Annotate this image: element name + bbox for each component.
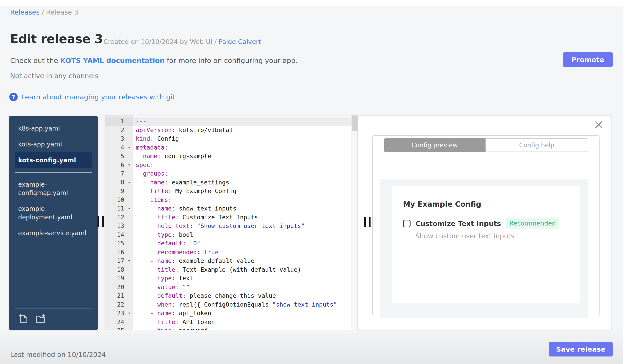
fold-arrow-icon[interactable]: ▾ bbox=[126, 161, 133, 169]
yaml-code-editor[interactable]: 1234▾56▾78▾91011▾121314151617▾1819202122… bbox=[105, 115, 357, 330]
line-number: 10 bbox=[105, 196, 126, 204]
code-line[interactable]: - name: example_default_value bbox=[133, 256, 357, 265]
gutter-line: 14 bbox=[105, 230, 133, 239]
new-folder-icon[interactable] bbox=[35, 313, 47, 324]
code-line[interactable]: help_text: "Show custom user text inputs… bbox=[133, 222, 357, 230]
editor-scrollbar-track bbox=[352, 116, 357, 330]
code-line[interactable]: - name: show_text_inputs bbox=[133, 204, 357, 213]
tab-config-preview[interactable]: Config preview bbox=[384, 138, 486, 152]
gutter-line: 25 bbox=[105, 326, 133, 330]
fold-spacer bbox=[126, 169, 133, 178]
gutter-line: 16 bbox=[105, 248, 133, 257]
code-token: default: bbox=[157, 240, 186, 247]
sidebar-item-example-configmap-yaml[interactable]: example-configmap.yaml bbox=[15, 177, 92, 201]
code-line[interactable]: apiVersion: kots.io/v1beta1 bbox=[133, 126, 357, 135]
fold-spacer bbox=[126, 248, 133, 257]
code-token: api_token bbox=[175, 310, 211, 317]
sidebar-item-k8s-app-yaml[interactable]: k8s-app.yaml bbox=[15, 121, 92, 137]
code-token bbox=[136, 275, 157, 282]
line-number: 19 bbox=[105, 274, 126, 283]
editor-scrollbar-thumb[interactable] bbox=[352, 116, 357, 131]
code-line[interactable]: when: repl{{ ConfigOptionEquals "show_te… bbox=[133, 300, 357, 309]
code-line[interactable]: - name: example_settings bbox=[133, 178, 357, 187]
code-line[interactable]: title: Customize Text Inputs bbox=[133, 213, 357, 222]
fold-spacer bbox=[126, 291, 133, 300]
code-line[interactable]: kind: Config bbox=[133, 134, 357, 143]
git-releases-link[interactable]: ? Learn about managing your releases wit… bbox=[9, 93, 175, 101]
line-number: 9 bbox=[105, 187, 126, 196]
kots-docs-link[interactable]: KOTS YAML documentation bbox=[60, 57, 165, 64]
breadcrumb-releases-link[interactable]: Releases bbox=[10, 8, 40, 16]
sidebar-item-kots-config-yaml[interactable]: kots-config.yaml bbox=[15, 152, 92, 168]
gutter-line: 11▾ bbox=[105, 204, 133, 213]
gutter-line: 18 bbox=[105, 265, 133, 274]
new-file-icon[interactable] bbox=[18, 313, 29, 324]
created-author-link[interactable]: Paige Calvert bbox=[219, 38, 261, 45]
code-token bbox=[193, 222, 197, 229]
fold-arrow-icon[interactable]: ▾ bbox=[126, 256, 133, 265]
gutter-line: 6▾ bbox=[105, 161, 133, 169]
code-token: kots.io/v1beta1 bbox=[175, 127, 233, 133]
code-line[interactable]: --- bbox=[133, 117, 357, 126]
line-number: 24 bbox=[105, 318, 126, 326]
code-line[interactable]: spec: bbox=[133, 161, 357, 169]
fold-arrow-icon[interactable]: ▾ bbox=[126, 204, 133, 213]
fold-arrow-icon[interactable]: ▾ bbox=[126, 143, 133, 152]
sidebar-item-example-service-yaml[interactable]: example-service.yaml bbox=[15, 225, 92, 241]
line-number: 2 bbox=[105, 126, 126, 135]
gutter-line: 12 bbox=[105, 213, 133, 222]
gutter-line: 9 bbox=[105, 187, 133, 196]
code-token: password bbox=[175, 327, 208, 330]
resize-bar-icon bbox=[364, 217, 366, 227]
code-token: show_text_inputs bbox=[175, 205, 236, 212]
sidebar-resize-handle[interactable] bbox=[97, 216, 104, 227]
code-line[interactable]: title: Text Example (with default value) bbox=[133, 265, 357, 274]
fold-spacer bbox=[126, 196, 133, 204]
gutter-line: 2 bbox=[105, 126, 133, 135]
code-token: "0" bbox=[190, 240, 200, 247]
customize-text-inputs-checkbox[interactable] bbox=[403, 220, 411, 227]
page-title: Edit release 3 bbox=[10, 32, 103, 46]
code-line[interactable]: title: My Example Config bbox=[133, 187, 357, 196]
save-release-button[interactable]: Save release bbox=[549, 342, 613, 357]
sidebar-footer bbox=[15, 309, 92, 330]
code-token bbox=[179, 283, 182, 290]
fold-spacer bbox=[126, 283, 133, 292]
code-token: type: bbox=[157, 231, 175, 238]
code-token: items: bbox=[150, 196, 172, 203]
code-line[interactable]: recommended: true bbox=[133, 248, 357, 257]
code-token bbox=[136, 231, 157, 238]
sidebar-item-example-deployment-yaml[interactable]: example-deployment.yaml bbox=[15, 201, 92, 225]
code-token: --- bbox=[136, 118, 147, 124]
code-line[interactable]: groups: bbox=[133, 169, 357, 178]
code-line[interactable]: metadata: bbox=[133, 143, 357, 152]
last-modified-text: Last modified on 10/10/2024 bbox=[10, 351, 106, 359]
code-line[interactable]: default: please change this value bbox=[133, 291, 357, 300]
fold-arrow-icon[interactable]: ▾ bbox=[126, 178, 133, 187]
code-token bbox=[136, 301, 157, 308]
code-line[interactable]: type: text bbox=[133, 274, 357, 283]
fold-spacer bbox=[126, 222, 133, 230]
code-line[interactable]: title: API token bbox=[133, 318, 357, 326]
line-number: 16 bbox=[105, 248, 126, 257]
code-token: title: bbox=[157, 214, 179, 221]
code-line[interactable]: items: bbox=[133, 196, 357, 204]
code-line[interactable]: default: "0" bbox=[133, 239, 357, 248]
editor-code-area[interactable]: ---apiVersion: kots.io/v1beta1kind: Conf… bbox=[133, 116, 357, 330]
close-icon[interactable] bbox=[594, 120, 603, 129]
code-line[interactable]: - name: api_token bbox=[133, 309, 357, 318]
sidebar-item-kots-app-yaml[interactable]: kots-app.yaml bbox=[15, 137, 92, 152]
code-line[interactable]: name: config-sample bbox=[133, 152, 357, 161]
code-line[interactable]: value: "" bbox=[133, 283, 357, 292]
fold-spacer bbox=[126, 134, 133, 143]
code-token: - name: bbox=[150, 310, 175, 317]
fold-arrow-icon[interactable]: ▾ bbox=[126, 309, 133, 318]
code-line[interactable]: type: password bbox=[133, 326, 357, 330]
file-list-divider bbox=[15, 172, 92, 173]
line-number: 17 bbox=[105, 256, 126, 265]
tab-config-help[interactable]: Config help bbox=[486, 138, 588, 152]
code-line[interactable]: type: bool bbox=[133, 230, 357, 239]
promote-button[interactable]: Promote bbox=[563, 52, 613, 67]
code-token bbox=[136, 170, 143, 177]
panel-resize-handle[interactable] bbox=[364, 217, 371, 228]
